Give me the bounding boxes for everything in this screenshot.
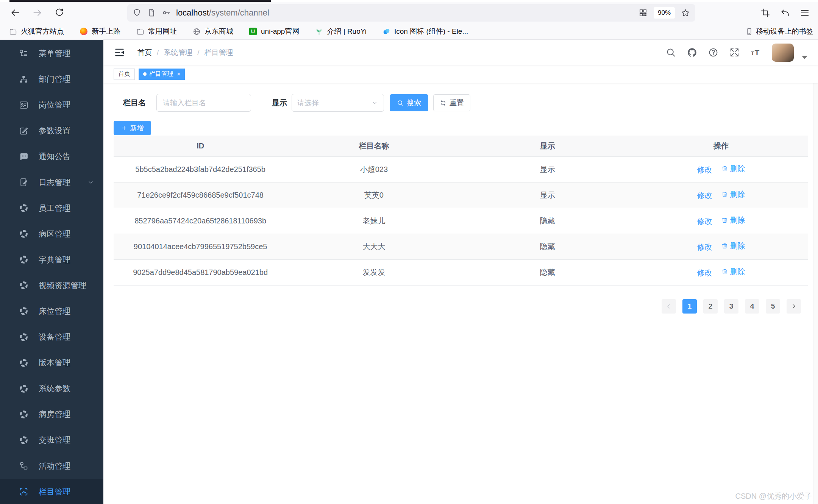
- cell-name: 老妹儿: [287, 208, 461, 234]
- delete-link[interactable]: 删除: [721, 164, 745, 174]
- channel-table: ID 栏目名称 显示 操作 5b5c5a2bad224b3fab7d42de25…: [114, 136, 808, 286]
- undo-arrow-icon[interactable]: [780, 8, 790, 18]
- delete-link[interactable]: 删除: [721, 241, 745, 251]
- device-bookmarks[interactable]: 移动设备上的书签: [745, 27, 818, 36]
- guide-icon: [19, 281, 28, 290]
- bookmark-label: 京东商城: [204, 27, 233, 36]
- sidebar-item[interactable]: 菜单管理: [0, 41, 103, 66]
- folder-icon: [136, 28, 144, 36]
- edit-square-icon: [19, 126, 28, 136]
- sidebar-item[interactable]: 版本管理: [0, 350, 103, 376]
- edit-link[interactable]: 修改: [697, 216, 712, 226]
- activity-icon: [19, 461, 28, 471]
- pagination-page-button[interactable]: 4: [745, 299, 759, 314]
- forward-button[interactable]: [29, 5, 45, 21]
- breadcrumb-home[interactable]: 首页: [137, 48, 152, 58]
- bookmark-item[interactable]: Icon 图标 (组件) - Ele...: [382, 27, 468, 36]
- display-select[interactable]: 请选择: [292, 94, 384, 112]
- address-bar-actions: 90%: [638, 7, 690, 19]
- pagination-page-button[interactable]: 2: [703, 299, 718, 314]
- breadcrumb-system[interactable]: 系统管理: [164, 48, 192, 58]
- shield-icon[interactable]: [133, 8, 141, 17]
- sidebar-item[interactable]: 活动管理: [0, 453, 103, 479]
- tab-close-icon[interactable]: ×: [177, 71, 180, 77]
- browser-menu-icon[interactable]: [800, 8, 810, 18]
- fullscreen-icon[interactable]: [729, 47, 740, 58]
- search-icon: [397, 100, 404, 106]
- cell-actions: 修改删除: [634, 259, 808, 285]
- tab-home[interactable]: 首页: [114, 69, 135, 80]
- sidebar-item[interactable]: 字典管理: [0, 247, 103, 273]
- page-info-icon[interactable]: [147, 8, 156, 17]
- active-tab-dot: [143, 72, 147, 76]
- cell-display: 显示: [461, 156, 634, 182]
- sidebar-item-label: 版本管理: [39, 357, 70, 368]
- sidebar-item[interactable]: 交班管理: [0, 427, 103, 453]
- sidebar-item[interactable]: 设备管理: [0, 324, 103, 350]
- delete-link[interactable]: 删除: [721, 215, 745, 225]
- qr-code-icon[interactable]: [638, 8, 648, 17]
- table-row: 9025a7dd9e8d45a581790ab59ea021bd发发发隐藏修改删…: [114, 259, 808, 285]
- sidebar-item[interactable]: 日志管理: [0, 169, 103, 195]
- caret-down-icon[interactable]: [799, 52, 810, 62]
- key-icon[interactable]: [162, 8, 171, 17]
- url-host: localhost: [176, 8, 209, 17]
- uniapp-logo-icon: U: [249, 28, 257, 36]
- edit-link[interactable]: 修改: [697, 190, 712, 201]
- sidebar-item[interactable]: 员工管理: [0, 195, 103, 221]
- zoom-level-badge[interactable]: 90%: [654, 7, 675, 19]
- screenshot-icon[interactable]: [760, 8, 770, 18]
- bookmark-item[interactable]: 新手上路: [80, 27, 120, 36]
- sidebar-item-label: 床位管理: [39, 306, 70, 317]
- table-header-row: ID 栏目名称 显示 操作: [114, 136, 808, 156]
- guide-icon: [19, 384, 28, 393]
- help-icon[interactable]: [708, 47, 718, 58]
- guide-icon: [19, 306, 28, 316]
- delete-link[interactable]: 删除: [721, 267, 745, 277]
- bookmark-item[interactable]: 火狐官方站点: [9, 27, 64, 36]
- globe-icon: [193, 28, 201, 36]
- cell-id: 852796aa57424c20a65f28618110693b: [114, 208, 287, 234]
- sidebar-item[interactable]: 通知公告: [0, 144, 103, 169]
- tags-view-bar: 首页 栏目管理 ×: [103, 65, 818, 83]
- sidebar-item[interactable]: 部门管理: [0, 66, 103, 92]
- search-icon[interactable]: [666, 47, 676, 58]
- avatar[interactable]: [772, 44, 794, 62]
- scrollbar[interactable]: [813, 40, 818, 504]
- bookmark-item[interactable]: 介绍 | RuoYi: [315, 27, 367, 36]
- pagination-page-button[interactable]: 5: [766, 299, 780, 314]
- bookmark-item[interactable]: Uuni-app官网: [249, 27, 299, 36]
- search-button[interactable]: 搜索: [390, 94, 428, 111]
- address-bar[interactable]: localhost/system/channel 90%: [127, 4, 695, 22]
- sidebar-item-label: 活动管理: [39, 461, 70, 471]
- sidebar-item[interactable]: 栏目管理: [0, 479, 103, 504]
- github-icon[interactable]: [687, 47, 697, 58]
- delete-link[interactable]: 删除: [721, 189, 745, 200]
- breadcrumb: 首页 / 系统管理 / 栏目管理: [137, 48, 233, 58]
- sidebar-item[interactable]: 病区管理: [0, 221, 103, 247]
- back-button[interactable]: [7, 5, 23, 21]
- pagination-next-button[interactable]: [787, 299, 801, 314]
- sidebar-collapse-icon[interactable]: [114, 47, 125, 58]
- edit-link[interactable]: 修改: [697, 165, 712, 175]
- add-button[interactable]: 新增: [114, 121, 151, 135]
- reset-button[interactable]: 重置: [433, 94, 470, 111]
- pagination-prev-button[interactable]: [662, 299, 676, 314]
- channel-name-input[interactable]: [156, 94, 251, 112]
- sidebar-item[interactable]: 病房管理: [0, 401, 103, 427]
- tab-channel-management[interactable]: 栏目管理 ×: [139, 69, 185, 80]
- bookmark-item[interactable]: 京东商城: [193, 27, 233, 36]
- sidebar-item[interactable]: 床位管理: [0, 298, 103, 324]
- bookmark-star-icon[interactable]: [681, 8, 690, 17]
- edit-link[interactable]: 修改: [697, 268, 712, 278]
- pagination-page-button[interactable]: 3: [724, 299, 738, 314]
- edit-link[interactable]: 修改: [697, 242, 712, 252]
- font-size-icon[interactable]: TT: [751, 47, 761, 58]
- reload-button[interactable]: [51, 5, 67, 21]
- sidebar-item[interactable]: 视频资源管理: [0, 273, 103, 298]
- sidebar-item[interactable]: 参数设置: [0, 118, 103, 144]
- bookmark-item[interactable]: 常用网址: [136, 27, 177, 36]
- sidebar-item[interactable]: 系统参数: [0, 376, 103, 401]
- pagination-page-button[interactable]: 1: [682, 299, 697, 314]
- sidebar-item[interactable]: 岗位管理: [0, 92, 103, 118]
